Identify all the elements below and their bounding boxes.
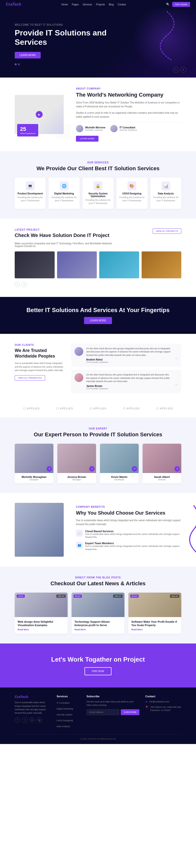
cta-title: Better IT Solutions And Services At Your… [15,307,181,314]
get-quote-button[interactable]: Get A Quote [172,2,190,7]
footer-bottom: © 2021 CraTech All Rights Reserved [15,738,181,740]
project-prev-button[interactable]: ‹ [15,282,20,287]
team-card-1: ↗ Michelle Monaghan Designer [15,444,53,483]
blog-date-3: JAN 25 [170,595,179,598]
testimonial-content-1: On the other hand discuss who groups int… [86,347,172,364]
footer-link-2[interactable]: Digital Marketing [57,708,73,710]
hero-section: WELCOME TO BEST IT SOLUTIONS Provide IT … [0,9,196,78]
team-info-4: Sarah Albert Director [143,473,181,483]
nav-logo: CraTech [6,2,21,7]
about-label: ABOUT COMPANY [76,87,181,90]
service-card-5: 📊 Data Analysis Providing the solutions … [150,178,181,209]
footer-email-input[interactable] [86,709,119,715]
share-icon-3[interactable]: ↗ [132,466,137,471]
footer-contact-col: Contact ✉ info@crashtech.com 📍 795 Folso… [145,695,181,730]
blog-date-2: JAN 22 [113,595,122,598]
blog-title: Checkout Our Latest News & Articles [15,580,181,587]
linkedin-icon[interactable]: in [29,717,35,723]
footer-grid: CraTech Due to sustainable ideas which b… [15,695,181,730]
project-next-button[interactable]: › [22,282,27,287]
instagram-icon[interactable]: ig [37,717,42,723]
why-feature-2-content: Expert Team Members Due to sustainable i… [85,542,181,551]
footer-subscribe-form: SUBSCRIBE [86,709,139,715]
nav-services[interactable]: Services [83,3,92,6]
projects-section: LATEST PROJECT Check We Have Solution Do… [0,219,196,297]
services-label: OUR SERVICES [15,161,181,164]
share-icon-2[interactable]: ↗ [89,466,94,471]
client-logo-3: ⬡ APPLIES [90,407,107,410]
view-all-feedbacks-button[interactable]: VIEW ALL FEEDBACKS [15,375,45,380]
footer-services-col: Services IT Consultant Digital Marketing… [57,695,81,730]
hero-next-button[interactable]: › [180,67,186,73]
testimonial-card-2: On the other hand discuss who gives inte… [71,370,181,393]
why-feature-1: ☁️ Cloud Based Services Due to sustainab… [76,530,181,539]
team-label: OUR EXPERT [15,427,181,430]
blog-label: DIRECT FROM THE BLOG POSTS [15,576,181,579]
about-text-2: Studies is a term used to refer to an or… [76,111,181,119]
project-image-3[interactable] [99,251,139,278]
footer-subscribe-col: Subscribe Get the most up-to-date news a… [86,695,139,730]
twitter-icon[interactable]: t [22,717,27,723]
blog-card-3: BLOG JAN 25 Software Make Your Profit Do… [129,593,181,634]
about-learn-more-button[interactable]: LEARN MORE [76,136,99,142]
footer-subscribe-button[interactable]: SUBSCRIBE [121,709,139,715]
cta-learn-more-button[interactable]: LEARN MORE [84,317,112,324]
client-logo-2: ⬡ APPLIES [56,407,73,410]
footer-contact-email: ✉ info@crashtech.com [145,700,181,704]
testimonials-title: We Are Trusted Worldwide Peoples [15,348,64,359]
footer-link-1[interactable]: IT Consultant [57,702,69,704]
blog-card-2: BLOG JAN 22 Technology Support Allows En… [72,593,124,634]
team-card-3: ↗ Kevin Martin Developer [100,444,139,483]
hero-dot-2[interactable] [18,63,20,65]
cta-bottom-button[interactable]: FIND NOW [85,667,112,675]
hero-prev-button[interactable]: ‹ [173,67,179,73]
footer-link-5[interactable]: Data Analysis [57,725,70,727]
hero-learn-more-button[interactable]: LEARN MORE [15,52,41,58]
cloud-icon: ☁️ [76,530,83,536]
nav-pages[interactable]: Pages [72,3,79,6]
service-card-2: 🌐 Digital Marketing Providing the soluti… [49,178,79,209]
search-icon[interactable]: 🔍 [166,3,170,6]
hero-dot-1[interactable] [15,63,17,65]
testimonials-section: OUR CLIENTS We Are Trusted Worldwide Peo… [0,334,196,403]
about-title: The World's Networking Company [76,91,181,99]
nav-contact[interactable]: Contact [118,3,126,6]
view-all-projects-button[interactable]: VIEW ALL PROJECTS [152,228,181,234]
nav-blog[interactable]: Blog [109,3,114,6]
blog-read-1[interactable]: Read More [18,628,65,631]
footer-services-title: Services [57,695,81,698]
why-feature-1-content: Cloud Based Services Due to sustainable … [85,530,181,539]
share-icon-4[interactable]: ↗ [174,466,180,471]
project-image-2[interactable] [57,251,97,278]
blog-content-1: Web design done Delightful Visualization… [15,617,67,634]
why-feature-2: 👥 Expert Team Members Due to sustainable… [76,542,181,551]
about-person-2: IT Consultant Remote Solutions [110,125,137,132]
share-icon-1[interactable]: ↗ [47,466,52,471]
footer-link-3[interactable]: Security System [57,713,73,716]
person-1-info: Michelle Morrone Founder | Director [85,126,105,131]
project-image-4[interactable] [142,251,181,278]
projects-grid [15,251,181,278]
hero-curve-decoration [152,11,181,60]
footer: CraTech Due to sustainable ideas which b… [0,687,196,744]
footer-subscribe-text: Get the most up-to-date news and article… [86,700,139,707]
nav-projects[interactable]: Projects [96,3,105,6]
service-icon-1: 💻 [26,182,34,190]
blog-read-3[interactable]: Read More [131,628,178,631]
blog-read-2[interactable]: Read More [75,628,121,631]
email-icon: ✉ [145,701,147,703]
facebook-icon[interactable]: f [15,717,20,723]
project-image-1[interactable] [15,251,55,278]
why-section: COMPANY BENEFITS Why You Should Choose O… [0,493,196,566]
services-title: We Provide Our Client Best IT Solution S… [15,165,181,172]
nav-home[interactable]: Home [61,3,68,6]
team-image-1: ↗ [15,444,53,473]
service-card-1: 💻 Product Development Providing the solu… [15,178,46,209]
testimonials-right: On the other hand discuss who groups int… [71,344,181,393]
footer-subscribe-title: Subscribe [86,695,139,698]
team-image-4: ↗ [143,444,181,473]
projects-label: LATEST PROJECT [15,228,109,231]
footer-link-4[interactable]: UX/UI Designing [57,719,73,722]
dots-pattern-decoration [56,124,71,139]
play-button-icon[interactable]: ▶ [36,111,43,118]
